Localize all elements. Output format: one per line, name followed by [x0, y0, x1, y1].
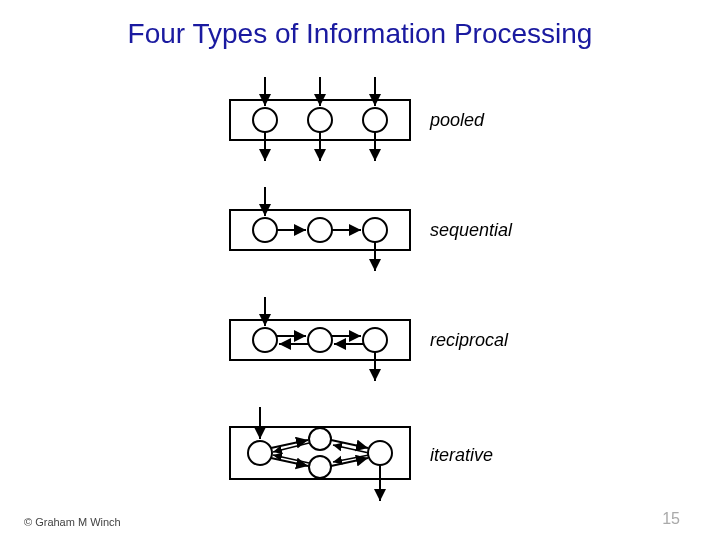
svg-point-31 — [309, 428, 331, 450]
iterative-svg — [225, 405, 415, 505]
svg-point-30 — [368, 441, 392, 465]
diagram-sequential — [225, 185, 415, 275]
page-number: 15 — [662, 510, 680, 528]
svg-rect-10 — [230, 210, 410, 250]
svg-line-36 — [331, 440, 368, 448]
footer-credit: © Graham M Winch — [24, 516, 121, 528]
svg-point-29 — [248, 441, 272, 465]
svg-point-20 — [308, 328, 332, 352]
diagram-iterative — [225, 405, 415, 505]
pooled-svg — [225, 75, 415, 165]
page-title: Four Types of Information Processing — [0, 18, 720, 50]
svg-point-11 — [253, 218, 277, 242]
reciprocal-svg — [225, 295, 415, 385]
svg-rect-18 — [230, 320, 410, 360]
sequential-svg — [225, 185, 415, 275]
svg-point-19 — [253, 328, 277, 352]
diagram-pooled — [225, 75, 415, 165]
label-reciprocal: reciprocal — [430, 330, 508, 351]
label-sequential: sequential — [430, 220, 512, 241]
svg-point-21 — [363, 328, 387, 352]
diagram-reciprocal — [225, 295, 415, 385]
svg-point-2 — [308, 108, 332, 132]
svg-point-3 — [363, 108, 387, 132]
label-iterative: iterative — [430, 445, 493, 466]
svg-point-32 — [309, 456, 331, 478]
svg-point-12 — [308, 218, 332, 242]
label-pooled: pooled — [430, 110, 484, 131]
svg-point-1 — [253, 108, 277, 132]
svg-point-13 — [363, 218, 387, 242]
svg-rect-28 — [230, 427, 410, 479]
